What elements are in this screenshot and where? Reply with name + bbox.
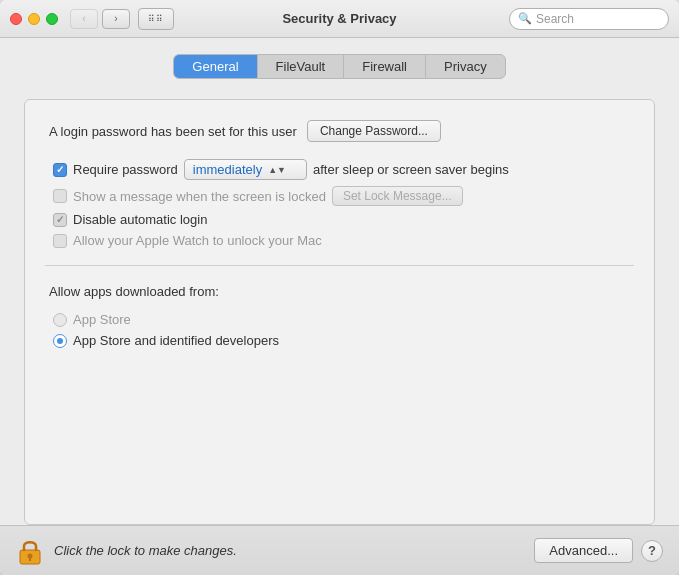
bottom-right-buttons: Advanced... ?: [534, 538, 663, 563]
back-button[interactable]: ‹: [70, 9, 98, 29]
search-icon: 🔍: [518, 12, 532, 25]
app-store-radio[interactable]: [53, 313, 67, 327]
window-title: Security & Privacy: [282, 11, 396, 26]
main-window: ‹ › ⠿⠿ Security & Privacy 🔍 Search Gener…: [0, 0, 679, 575]
apple-watch-checkbox[interactable]: [53, 234, 67, 248]
disable-autologin-label: Disable automatic login: [73, 212, 207, 227]
forward-button[interactable]: ›: [102, 9, 130, 29]
allow-apps-section: Allow apps downloaded from: App Store Ap…: [49, 284, 630, 351]
section-divider: [45, 265, 634, 266]
disable-autologin-row: Disable automatic login: [49, 209, 630, 230]
change-password-button[interactable]: Change Password...: [307, 120, 441, 142]
dropdown-value: immediately: [193, 162, 262, 177]
lock-svg: [18, 537, 42, 565]
after-sleep-text: after sleep or screen saver begins: [313, 162, 509, 177]
app-store-identified-label: App Store and identified developers: [73, 333, 279, 348]
show-message-row: Show a message when the screen is locked…: [49, 183, 630, 209]
tab-general[interactable]: General: [174, 55, 257, 78]
maximize-button[interactable]: [46, 13, 58, 25]
close-button[interactable]: [10, 13, 22, 25]
search-bar[interactable]: 🔍 Search: [509, 8, 669, 30]
help-button[interactable]: ?: [641, 540, 663, 562]
minimize-button[interactable]: [28, 13, 40, 25]
tab-group: General FileVault Firewall Privacy: [173, 54, 505, 79]
lock-icon[interactable]: [16, 537, 44, 565]
disable-autologin-checkbox[interactable]: [53, 213, 67, 227]
show-message-label: Show a message when the screen is locked: [73, 189, 326, 204]
require-password-checkbox[interactable]: [53, 163, 67, 177]
show-message-checkbox[interactable]: [53, 189, 67, 203]
settings-panel: A login password has been set for this u…: [24, 99, 655, 525]
apple-watch-label: Allow your Apple Watch to unlock your Ma…: [73, 233, 322, 248]
tab-firewall[interactable]: Firewall: [344, 55, 426, 78]
password-timing-dropdown[interactable]: immediately ▲▼: [184, 159, 307, 180]
tabs-container: General FileVault Firewall Privacy: [24, 54, 655, 79]
tab-filevault[interactable]: FileVault: [258, 55, 345, 78]
app-store-identified-radio-row: App Store and identified developers: [49, 330, 630, 351]
titlebar: ‹ › ⠿⠿ Security & Privacy 🔍 Search: [0, 0, 679, 38]
search-placeholder: Search: [536, 12, 574, 26]
svg-point-1: [28, 553, 33, 558]
tab-privacy[interactable]: Privacy: [426, 55, 505, 78]
traffic-lights: [10, 13, 58, 25]
apple-watch-row: Allow your Apple Watch to unlock your Ma…: [49, 230, 630, 251]
app-store-label: App Store: [73, 312, 131, 327]
allow-apps-heading: Allow apps downloaded from:: [49, 284, 630, 299]
require-password-label: Require password: [73, 162, 178, 177]
grid-button[interactable]: ⠿⠿: [138, 8, 174, 30]
login-password-row: A login password has been set for this u…: [49, 120, 630, 142]
set-lock-message-button[interactable]: Set Lock Message...: [332, 186, 463, 206]
bottom-bar: Click the lock to make changes. Advanced…: [0, 525, 679, 575]
dropdown-arrow-icon: ▲▼: [268, 165, 286, 175]
lock-click-text: Click the lock to make changes.: [54, 543, 237, 558]
nav-buttons: ‹ ›: [70, 9, 130, 29]
app-store-identified-radio[interactable]: [53, 334, 67, 348]
login-password-text: A login password has been set for this u…: [49, 124, 297, 139]
app-store-radio-row: App Store: [49, 309, 630, 330]
content-area: General FileVault Firewall Privacy A log…: [0, 38, 679, 525]
advanced-button[interactable]: Advanced...: [534, 538, 633, 563]
require-password-row: Require password immediately ▲▼ after sl…: [49, 156, 630, 183]
